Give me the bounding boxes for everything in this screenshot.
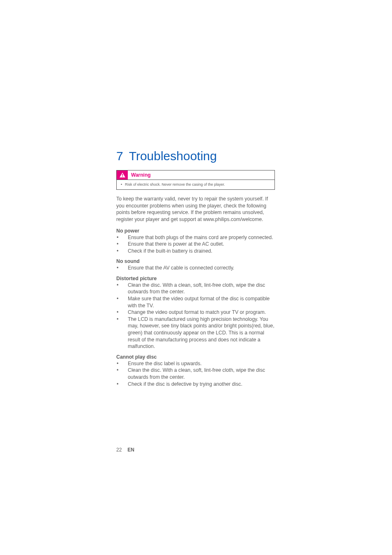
chapter-heading: 7Troubleshooting xyxy=(116,149,275,163)
list-item: Clean the disc. With a clean, soft, lint… xyxy=(116,367,275,380)
warning-icon xyxy=(117,170,128,180)
section-list: Ensure that the AV cable is connected co… xyxy=(116,265,275,272)
warning-label: Warning xyxy=(128,172,151,178)
list-item: Check if the disc is defective by trying… xyxy=(116,381,275,388)
svg-rect-2 xyxy=(122,176,123,177)
list-item: Ensure that both plugs of the mains cord… xyxy=(116,234,275,241)
section-list: Ensure that both plugs of the mains cord… xyxy=(116,234,275,255)
warning-callout: Warning Risk of electric shock. Never re… xyxy=(116,170,275,190)
list-item: Change the video output format to match … xyxy=(116,309,275,316)
warning-text: Risk of electric shock. Never remove the… xyxy=(121,182,270,187)
list-item: Ensure the disc label is upwards. xyxy=(116,360,275,367)
list-item: Make sure that the video output format o… xyxy=(116,295,275,309)
section-heading: Cannot play disc xyxy=(116,354,275,360)
svg-rect-1 xyxy=(122,174,123,175)
section-heading: No sound xyxy=(116,258,275,264)
list-item: Clean the disc. With a clean, soft, lint… xyxy=(116,282,275,295)
chapter-title-text: Troubleshooting xyxy=(129,149,217,163)
section-no-sound: No sound Ensure that the AV cable is con… xyxy=(116,258,275,272)
chapter-number: 7 xyxy=(116,149,123,163)
warning-body: Risk of electric shock. Never remove the… xyxy=(117,180,274,189)
section-list: Ensure the disc label is upwards. Clean … xyxy=(116,360,275,387)
section-cannot-play-disc: Cannot play disc Ensure the disc label i… xyxy=(116,354,275,387)
section-no-power: No power Ensure that both plugs of the m… xyxy=(116,228,275,255)
page-number: 22 xyxy=(116,447,122,453)
page-footer: 22EN xyxy=(116,447,134,453)
section-list: Clean the disc. With a clean, soft, lint… xyxy=(116,282,275,350)
section-heading: Distorted picture xyxy=(116,276,275,281)
list-item: Check if the built-in battery is drained… xyxy=(116,248,275,255)
list-item: Ensure that there is power at the AC out… xyxy=(116,241,275,248)
document-page: 7Troubleshooting Warning Risk of electri… xyxy=(0,0,392,555)
warning-header: Warning xyxy=(117,170,274,180)
page-language: EN xyxy=(127,447,134,453)
list-item: Ensure that the AV cable is connected co… xyxy=(116,265,275,272)
section-distorted-picture: Distorted picture Clean the disc. With a… xyxy=(116,276,275,350)
list-item: The LCD is manufactured using high preci… xyxy=(116,316,275,350)
section-heading: No power xyxy=(116,228,275,234)
intro-paragraph: To keep the warranty valid, never try to… xyxy=(116,196,275,223)
